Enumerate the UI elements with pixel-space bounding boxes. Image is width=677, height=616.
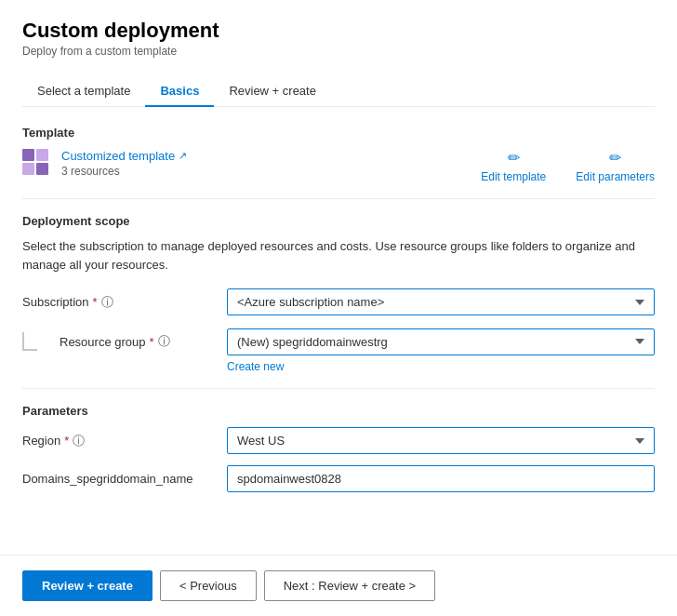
tab-basics[interactable]: Basics [145, 76, 214, 107]
template-info: Customized template ↗ 3 resources [61, 149, 187, 178]
deployment-scope-label: Deployment scope [22, 214, 655, 228]
template-grid-icon [22, 149, 52, 179]
edit-template-button[interactable]: ✏ Edit template [481, 149, 546, 183]
page-title: Custom deployment [22, 19, 655, 43]
template-actions: ✏ Edit template ✏ Edit parameters [481, 149, 655, 183]
template-section: Template Customized template [22, 126, 655, 183]
parameters-section: Parameters Region * ⓘ West US Domains_sp… [22, 404, 655, 492]
template-resources: 3 resources [61, 165, 187, 178]
subscription-required: * [93, 295, 98, 309]
resource-group-select[interactable]: (New) spegriddomainwestrg [227, 328, 655, 355]
domain-label: Domains_spegriddomain_name [22, 472, 227, 486]
external-link-icon: ↗ [179, 150, 187, 162]
create-new-link[interactable]: Create new [227, 360, 655, 373]
subscription-label: Subscription * ⓘ [22, 294, 227, 311]
region-required: * [64, 434, 69, 448]
tab-review-create[interactable]: Review + create [214, 76, 331, 107]
resource-group-input-wrapper: (New) spegriddomainwestrg [227, 328, 655, 355]
template-name-text: Customized template [61, 149, 175, 163]
grid-cell-2 [36, 149, 48, 161]
next-button[interactable]: Next : Review + create > [264, 570, 435, 601]
template-section-label: Template [22, 126, 655, 140]
edit-template-label: Edit template [481, 170, 546, 183]
domain-row: Domains_spegriddomain_name [22, 465, 655, 492]
main-content: Custom deployment Deploy from a custom t… [0, 0, 677, 555]
divider-2 [22, 388, 655, 389]
region-row: Region * ⓘ West US [22, 427, 655, 454]
resource-group-label: Resource group * ⓘ [60, 333, 227, 350]
review-create-button[interactable]: Review + create [22, 570, 153, 601]
resource-group-info-icon[interactable]: ⓘ [158, 333, 170, 350]
resource-group-required: * [150, 335, 154, 349]
edit-parameters-label: Edit parameters [576, 170, 655, 183]
subscription-row: Subscription * ⓘ <Azure subscription nam… [22, 288, 655, 315]
resource-group-indent [22, 327, 60, 356]
page-subtitle: Deploy from a custom template [22, 45, 655, 58]
grid-cell-4 [36, 163, 48, 175]
template-left: Customized template ↗ 3 resources [22, 149, 187, 179]
subscription-input-wrapper: <Azure subscription name> [227, 288, 655, 315]
footer: Review + create < Previous Next : Review… [0, 555, 677, 616]
region-info-icon[interactable]: ⓘ [73, 433, 85, 449]
domain-input[interactable] [227, 465, 655, 492]
region-input-wrapper: West US [227, 427, 655, 454]
scope-description: Select the subscription to manage deploy… [22, 237, 655, 274]
subscription-select[interactable]: <Azure subscription name> [227, 288, 655, 315]
deployment-scope-section: Deployment scope Select the subscription… [22, 214, 655, 373]
template-row: Customized template ↗ 3 resources ✏ Edit… [22, 149, 655, 183]
domain-input-wrapper [227, 465, 655, 492]
resource-group-row: Resource group * ⓘ (New) spegriddomainwe… [22, 327, 655, 356]
parameters-section-label: Parameters [22, 404, 655, 418]
region-label: Region * ⓘ [22, 433, 227, 449]
subscription-info-icon[interactable]: ⓘ [101, 294, 113, 311]
template-name-link[interactable]: Customized template ↗ [61, 149, 187, 163]
indent-line [22, 332, 37, 351]
edit-parameters-icon: ✏ [609, 149, 621, 167]
edit-parameters-button[interactable]: ✏ Edit parameters [576, 149, 655, 183]
edit-template-icon: ✏ [508, 149, 520, 167]
region-select[interactable]: West US [227, 427, 655, 454]
tabs-bar: Select a template Basics Review + create [22, 76, 655, 107]
grid-cell-3 [22, 163, 34, 175]
previous-button[interactable]: < Previous [160, 570, 257, 601]
divider-1 [22, 198, 655, 199]
tab-select-template[interactable]: Select a template [22, 76, 145, 107]
page-wrapper: Custom deployment Deploy from a custom t… [0, 0, 677, 616]
grid-cell-1 [22, 149, 34, 161]
